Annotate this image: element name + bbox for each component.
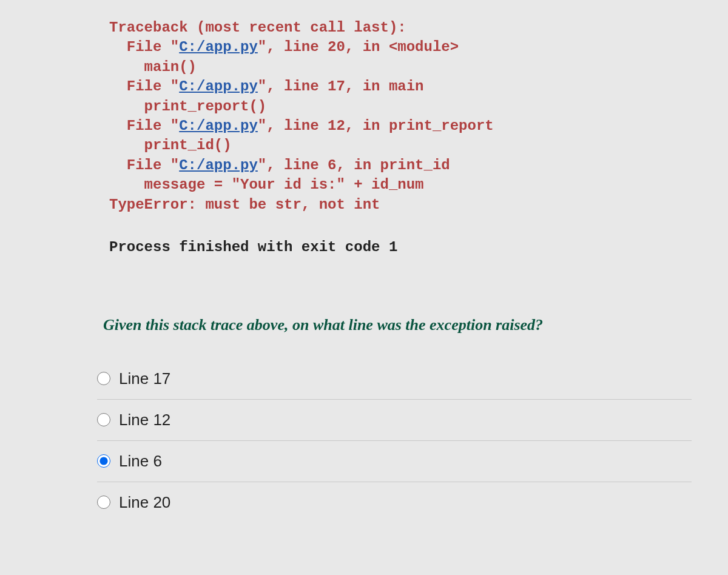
question-text: Given this stack trace above, on what li… bbox=[103, 316, 692, 334]
traceback-frame-3: File "C:/app.py", line 6, in print_id bbox=[109, 156, 692, 175]
traceback-code-1: print_report() bbox=[109, 97, 692, 116]
file-link-0[interactable]: C:/app.py bbox=[179, 39, 258, 55]
traceback-code-3: message = "Your id is:" + id_num bbox=[109, 175, 692, 195]
traceback-frame-0: File "C:/app.py", line 20, in <module> bbox=[109, 38, 692, 57]
traceback-header: Traceback (most recent call last): bbox=[109, 18, 692, 38]
traceback-code-2: print_id() bbox=[109, 136, 692, 155]
option-line-20[interactable]: Line 20 bbox=[97, 482, 692, 523]
answer-options: Line 17 Line 12 Line 6 Line 20 bbox=[97, 358, 692, 523]
option-line-12[interactable]: Line 12 bbox=[97, 400, 692, 441]
traceback-block: Traceback (most recent call last): File … bbox=[109, 18, 692, 215]
quiz-panel: Traceback (most recent call last): File … bbox=[12, 12, 716, 529]
traceback-frame-2: File "C:/app.py", line 12, in print_repo… bbox=[109, 116, 692, 136]
option-label-1: Line 12 bbox=[119, 411, 170, 429]
option-line-6[interactable]: Line 6 bbox=[97, 441, 692, 482]
radio-line-12[interactable] bbox=[97, 413, 110, 426]
option-label-0: Line 17 bbox=[119, 369, 170, 388]
option-label-3: Line 20 bbox=[119, 493, 170, 512]
traceback-frame-1: File "C:/app.py", line 17, in main bbox=[109, 77, 692, 96]
file-link-2[interactable]: C:/app.py bbox=[179, 118, 258, 134]
radio-line-20[interactable] bbox=[97, 496, 110, 509]
radio-line-6[interactable] bbox=[97, 454, 110, 468]
option-line-17[interactable]: Line 17 bbox=[97, 358, 692, 400]
traceback-code-0: main() bbox=[109, 58, 692, 77]
radio-line-17[interactable] bbox=[97, 372, 110, 385]
traceback-error: TypeError: must be str, not int bbox=[109, 195, 692, 215]
option-label-2: Line 6 bbox=[119, 452, 162, 471]
file-link-1[interactable]: C:/app.py bbox=[179, 78, 258, 95]
process-finished-text: Process finished with exit code 1 bbox=[109, 239, 692, 255]
file-link-3[interactable]: C:/app.py bbox=[179, 157, 258, 173]
